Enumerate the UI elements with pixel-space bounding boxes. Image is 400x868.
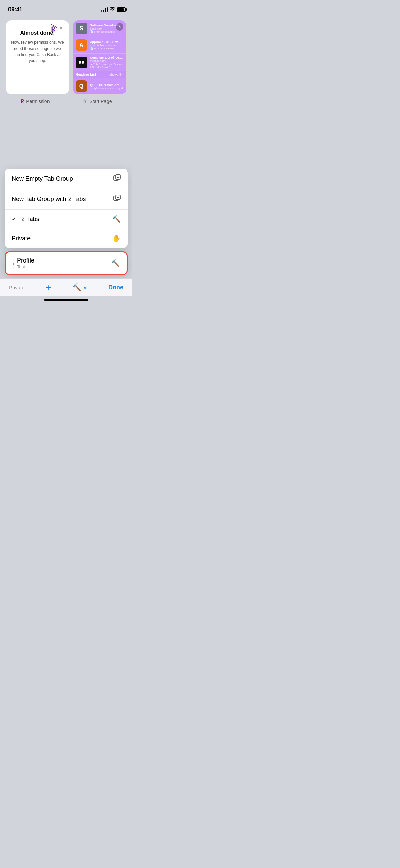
star-icon: ☆ (82, 98, 87, 104)
bookmark-source: ☁ Tab Opened on *Justin's 2021 MacBook P… (90, 62, 123, 69)
toolbar-chevron-icon[interactable]: ∨ (83, 285, 87, 290)
new-empty-tab-group-label: New Empty Tab Group (12, 175, 73, 182)
profile-item[interactable]: › Profile Test 🔨 (6, 252, 127, 274)
home-indicator-bar (44, 299, 88, 301)
private-mode-label: Private (9, 285, 25, 290)
toolbar-hammer-icon[interactable]: 🔨 (72, 283, 81, 292)
private-label: Private (12, 235, 31, 242)
bookmark-url: medium.com (90, 59, 123, 62)
bookmark-item[interactable]: Complete List of iOS URL Schemes for App… (73, 53, 126, 71)
bookmark-title: AppCoFe - iOS Dev and App Review: Apple … (90, 40, 123, 44)
reading-list-show-all[interactable]: Show All > (109, 73, 123, 76)
reading-url: apstylebook.com/sear...ry=head+start&but… (90, 87, 123, 90)
private-icon: ✋ (112, 234, 121, 242)
start-page-label-text: Start Page (89, 98, 112, 104)
profile-item-wrapper: › Profile Test 🔨 (5, 251, 128, 275)
status-icons (101, 7, 126, 12)
new-tab-group-2-label: New Tab Group with 2 Tabs (12, 196, 86, 203)
profile-texts: Profile Test (17, 257, 34, 269)
start-page-close-button[interactable]: × (116, 23, 123, 31)
bookmark-icon-a: A (76, 39, 87, 51)
bookmark-info: QUESTION from Arnold, Maryland, on June … (90, 83, 123, 90)
permission-close-button[interactable]: × (57, 24, 65, 32)
home-indicator (0, 296, 132, 302)
context-menu: New Empty Tab Group New Tab Group with 2… (5, 169, 128, 248)
start-page-label: ☆ Start Page (68, 98, 126, 104)
spacer (0, 108, 132, 169)
wifi-icon (110, 7, 115, 12)
card-labels: R Permission ☆ Start Page (0, 94, 132, 108)
status-time: 09:41 (8, 6, 22, 13)
permission-label: R Permission (6, 98, 64, 104)
permission-body: Now, review permissions. We need these s… (11, 39, 64, 64)
profile-sublabel: Test (17, 264, 34, 269)
menu-item-left: Private (12, 235, 31, 242)
toolbar-center: 🔨 ∨ (72, 283, 87, 292)
private-item[interactable]: Private ✋ (5, 229, 128, 248)
bookmark-icon-m (76, 57, 87, 68)
done-button[interactable]: Done (108, 284, 123, 291)
start-page-card: × S Software Downloads - Apple Develop..… (73, 20, 126, 94)
bookmark-icon-s: S (76, 23, 87, 34)
menu-gap (0, 248, 132, 251)
reading-list-item[interactable]: Q QUESTION from Arnold, Maryland, on Jun… (73, 78, 126, 94)
new-empty-tab-group-item[interactable]: New Empty Tab Group (5, 169, 128, 189)
add-tab-button[interactable]: + (46, 282, 51, 293)
battery-icon (117, 7, 126, 12)
bookmark-icon-q: Q (76, 80, 87, 92)
cards-area: R × Almost done! Now, review permissions… (0, 17, 132, 94)
bookmark-source: 📄 From Bookmarks (90, 30, 123, 33)
bookmark-info: Complete List of iOS URL Schemes for App… (90, 56, 123, 69)
bookmark-url: appcofe.blogspot.com (90, 44, 123, 47)
permission-label-icon: R (21, 98, 24, 104)
check-icon: ✓ (12, 216, 16, 222)
bookmark-item[interactable]: A AppCoFe - iOS Dev and App Review: Appl… (73, 37, 126, 53)
profile-label: Profile (17, 257, 34, 264)
reading-title: QUESTION from Arnold, Maryland, on June … (90, 83, 123, 87)
tabs-2-label: 2 Tabs (21, 216, 39, 223)
new-tab-group-2-item[interactable]: New Tab Group with 2 Tabs (5, 189, 128, 210)
menu-item-left: New Empty Tab Group (12, 175, 73, 182)
signal-bars-icon (101, 7, 108, 12)
profile-hammer-icon: 🔨 (111, 259, 120, 267)
bookmark-title: Complete List of iOS URL Schemes for App… (90, 56, 123, 59)
bookmark-info: AppCoFe - iOS Dev and App Review: Apple … (90, 40, 123, 50)
status-bar: 09:41 (0, 0, 132, 17)
permission-card: R × Almost done! Now, review permissions… (6, 20, 69, 94)
reading-list-title: Reading List (76, 73, 96, 76)
bookmark-source: 📄 From Bookmarks (90, 47, 123, 50)
profile-item-left: › Profile Test (13, 257, 34, 269)
tabs-2-icon: 🔨 (112, 215, 121, 223)
permission-label-text: Permission (26, 98, 50, 104)
bottom-toolbar: Private + 🔨 ∨ Done (0, 278, 132, 296)
tabs-2-item[interactable]: ✓ 2 Tabs 🔨 (5, 210, 128, 229)
menu-item-left: New Tab Group with 2 Tabs (12, 196, 86, 203)
menu-item-left: ✓ 2 Tabs (12, 216, 39, 223)
profile-chevron-icon: › (13, 260, 14, 266)
reading-list-header: Reading List Show All > (73, 71, 126, 78)
new-tab-group-2-icon (113, 195, 121, 204)
new-empty-tab-group-icon (113, 174, 121, 183)
